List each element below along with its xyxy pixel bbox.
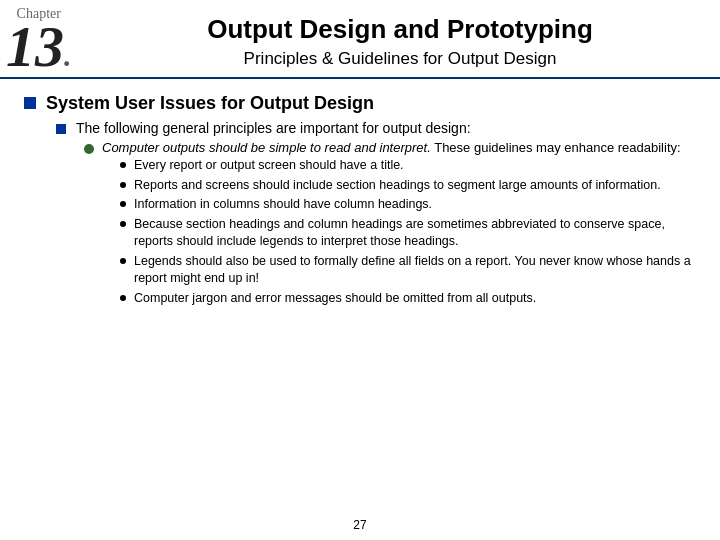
chapter-dot: .	[64, 39, 72, 72]
page-number: 27	[353, 518, 366, 532]
bullet-circle-l3	[84, 144, 94, 154]
bullet-text: Every report or output screen should hav…	[134, 157, 404, 175]
bullet-text: Computer jargon and error messages shoul…	[134, 290, 536, 308]
section-l3-italic: Computer outputs should be simple to rea…	[102, 140, 431, 155]
bullet-dot	[120, 162, 126, 168]
bullet-item: Legends should also be used to formally …	[120, 253, 696, 288]
bullets-container: Every report or output screen should hav…	[24, 157, 696, 307]
bullet-text: Reports and screens should include secti…	[134, 177, 661, 195]
bullet-item: Every report or output screen should hav…	[120, 157, 696, 175]
bullet-dot	[120, 201, 126, 207]
bullet-item: Because section headings and column head…	[120, 216, 696, 251]
bullet-dot	[120, 221, 126, 227]
page: Chapter 13. Output Design and Prototypin…	[0, 0, 720, 540]
chapter-number: 13.	[6, 22, 72, 71]
bullet-item: Information in columns should have colum…	[120, 196, 696, 214]
bullet-dot	[120, 182, 126, 188]
chapter-number-text: 13	[6, 14, 64, 79]
bullet-square-blue-l1	[24, 97, 36, 109]
section-l3-text: Computer outputs should be simple to rea…	[102, 140, 681, 155]
bullet-text: Because section headings and column head…	[134, 216, 696, 251]
bullet-dot	[120, 295, 126, 301]
sub-title: Principles & Guidelines for Output Desig…	[100, 49, 700, 69]
section-level1: System User Issues for Output Design	[24, 93, 696, 114]
section-l1-text: System User Issues for Output Design	[46, 93, 374, 114]
section-l2-text: The following general principles are imp…	[76, 120, 471, 136]
content-area: System User Issues for Output Design The…	[0, 79, 720, 319]
bullet-dot	[120, 258, 126, 264]
section-l3-rest: These guidelines may enhance readability…	[431, 140, 681, 155]
section-level2: The following general principles are imp…	[56, 120, 696, 136]
chapter-logo: Chapter 13.	[6, 6, 72, 71]
section-level3: Computer outputs should be simple to rea…	[84, 140, 696, 155]
main-title: Output Design and Prototyping	[100, 14, 700, 45]
bullet-text: Legends should also be used to formally …	[134, 253, 696, 288]
bullet-item: Reports and screens should include secti…	[120, 177, 696, 195]
bullet-square-blue-l2	[56, 124, 66, 134]
bullet-text: Information in columns should have colum…	[134, 196, 432, 214]
bullet-item: Computer jargon and error messages shoul…	[120, 290, 696, 308]
header: Output Design and Prototyping Principles…	[0, 0, 720, 79]
